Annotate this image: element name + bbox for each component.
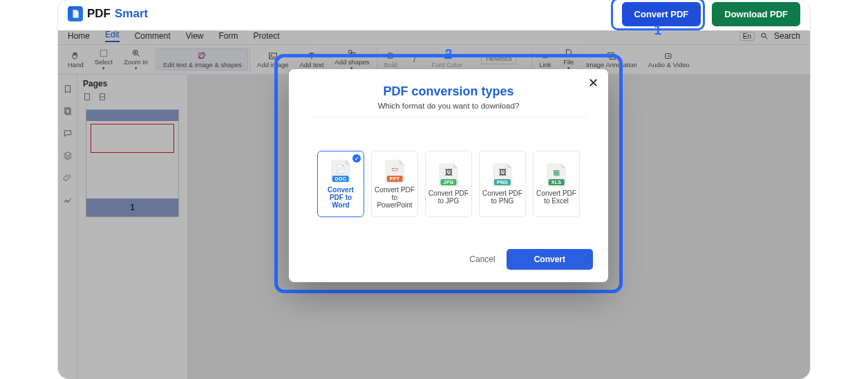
search-label[interactable]: Search bbox=[774, 31, 800, 41]
menu-edit[interactable]: Edit bbox=[105, 30, 120, 42]
select-icon bbox=[98, 48, 109, 59]
pages-panel: Pages 1 bbox=[77, 75, 188, 379]
page-tool-2-icon[interactable] bbox=[98, 93, 106, 101]
callout-number-1: 1 bbox=[654, 22, 661, 38]
attachments-icon[interactable] bbox=[63, 173, 73, 183]
conversion-modal: ✕ PDF conversion types Which format do y… bbox=[289, 69, 608, 282]
tool-zoom[interactable]: Zoom In▾ bbox=[118, 46, 153, 73]
menu-home[interactable]: Home bbox=[68, 31, 90, 41]
svg-point-0 bbox=[762, 33, 766, 37]
option-jpg[interactable]: 🖼JPG Convert PDF to JPG bbox=[425, 151, 472, 217]
signature-icon[interactable] bbox=[63, 195, 73, 205]
cancel-button[interactable]: Cancel bbox=[469, 255, 495, 264]
convert-button[interactable]: Convert bbox=[507, 249, 593, 270]
download-pdf-button[interactable]: Download PDF bbox=[712, 2, 800, 26]
language-switch[interactable]: En bbox=[739, 32, 755, 41]
brand-smart: Smart bbox=[115, 7, 148, 21]
option-png[interactable]: 🖼PNG Convert PDF to PNG bbox=[479, 151, 526, 217]
conversion-options: ✓ 📄DOC Convert PDF to Word ▭PPT Convert … bbox=[289, 151, 608, 217]
modal-subtitle: Which format do you want to download? bbox=[289, 102, 608, 117]
close-icon[interactable]: ✕ bbox=[586, 76, 600, 90]
callout-number-2: 2 bbox=[444, 46, 452, 62]
audio-video-icon bbox=[663, 50, 674, 62]
app-header: PDFSmart Convert PDF 1 Download PDF bbox=[58, 0, 810, 28]
layers-icon[interactable] bbox=[63, 151, 73, 160]
option-word[interactable]: ✓ 📄DOC Convert PDF to Word bbox=[317, 151, 364, 217]
pages-icon[interactable] bbox=[63, 107, 73, 116]
page-tool-1-icon[interactable] bbox=[83, 93, 91, 101]
menu-comment[interactable]: Comment bbox=[135, 31, 171, 41]
svg-rect-17 bbox=[85, 94, 90, 100]
svg-line-1 bbox=[765, 37, 767, 39]
jpg-file-icon: 🖼JPG bbox=[439, 163, 458, 187]
left-rail bbox=[58, 75, 77, 379]
ppt-file-icon: ▭PPT bbox=[385, 160, 404, 183]
option-excel[interactable]: ▦XLS Convert PDF to Excel bbox=[533, 151, 580, 217]
modal-title: PDF conversion types bbox=[289, 84, 608, 99]
svg-rect-2 bbox=[100, 50, 106, 56]
svg-rect-15 bbox=[64, 108, 68, 113]
menu-view[interactable]: View bbox=[186, 31, 204, 41]
search-icon[interactable] bbox=[760, 32, 768, 40]
tool-select[interactable]: Select▾ bbox=[89, 46, 118, 73]
brand-pdf: PDF bbox=[87, 7, 111, 21]
convert-pdf-callout-frame: Convert PDF 1 bbox=[611, 0, 706, 30]
check-icon: ✓ bbox=[352, 154, 361, 163]
zoom-icon bbox=[131, 48, 142, 59]
menu-form[interactable]: Form bbox=[219, 31, 238, 41]
menu-bar: Home Edit Comment View Form Protect En S… bbox=[58, 28, 810, 44]
xls-file-icon: ▦XLS bbox=[547, 163, 566, 187]
doc-file-icon: 📄DOC bbox=[331, 160, 350, 183]
brand-logo: PDFSmart bbox=[68, 6, 148, 21]
logo-icon bbox=[68, 6, 83, 21]
comments-icon[interactable] bbox=[63, 129, 73, 138]
svg-line-4 bbox=[137, 55, 139, 57]
tool-hand[interactable]: Hand bbox=[62, 49, 89, 70]
edit-icon bbox=[197, 50, 208, 62]
page-number: 1 bbox=[130, 203, 135, 212]
page-thumbnail-1[interactable]: 1 bbox=[86, 109, 179, 217]
option-powerpoint[interactable]: ▭PPT Convert PDF to PowerPoint bbox=[371, 151, 418, 217]
svg-rect-16 bbox=[66, 109, 70, 115]
tool-edit-text-image-shapes[interactable]: Edit text & image & shapes bbox=[157, 48, 248, 71]
bookmark-icon[interactable] bbox=[63, 84, 73, 94]
menu-protect[interactable]: Protect bbox=[254, 31, 280, 41]
png-file-icon: 🖼PNG bbox=[493, 163, 512, 187]
hand-icon bbox=[70, 50, 81, 62]
tool-audio-video[interactable]: Audio & Video bbox=[643, 49, 695, 70]
pages-title: Pages bbox=[83, 79, 107, 89]
